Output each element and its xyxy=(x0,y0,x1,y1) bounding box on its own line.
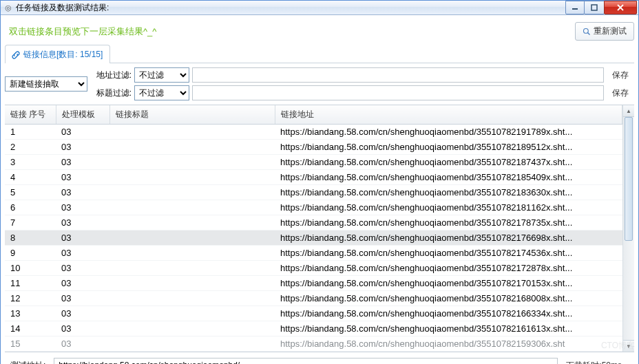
cell-seq: 15 xyxy=(5,336,56,352)
cell-tpl: 03 xyxy=(56,155,109,170)
cell-tpl: 03 xyxy=(56,170,109,185)
hint-text: 双击链接条目预览下一层采集结果^_^ xyxy=(5,25,575,38)
test-addr-input[interactable] xyxy=(54,358,558,364)
maximize-button[interactable] xyxy=(584,1,605,14)
links-table: 链接 序号 处理模板 链接标题 链接地址 103https://biandang… xyxy=(5,105,622,352)
cell-seq: 5 xyxy=(5,185,56,200)
cell-tpl: 03 xyxy=(56,125,109,140)
cell-title xyxy=(109,321,275,336)
table-row[interactable]: 103https://biandang.58.com/cn/shenghuoqi… xyxy=(5,125,622,140)
scrollbar-thumb[interactable] xyxy=(625,117,633,241)
addr-filter-label: 地址过滤: xyxy=(90,69,132,81)
addr-save-link[interactable]: 保存 xyxy=(607,69,634,81)
retest-label: 重新测试 xyxy=(594,25,627,37)
cell-title xyxy=(109,125,275,140)
tabs: 链接信息[数目: 15/15] xyxy=(5,45,634,63)
title-filter-select[interactable]: 不过滤 xyxy=(134,85,189,100)
cell-addr: https://biandang.58.com/cn/shenghuoqiaom… xyxy=(275,306,622,321)
status-bar: 测试地址: 下载耗时:50ms xyxy=(5,352,634,364)
table-row[interactable]: 1303https://biandang.58.com/cn/shenghuoq… xyxy=(5,306,622,321)
title-filter-input[interactable] xyxy=(192,85,604,100)
cell-seq: 14 xyxy=(5,321,56,336)
cell-addr: https://biandang.58.com/cn/shenghuoqiaom… xyxy=(275,125,622,140)
cell-tpl: 03 xyxy=(56,246,109,261)
search-icon xyxy=(583,28,591,36)
cell-seq: 7 xyxy=(5,215,56,231)
cell-seq: 9 xyxy=(5,246,56,261)
cell-tpl: 03 xyxy=(56,185,109,200)
table-row[interactable]: 1003https://biandang.58.com/cn/shenghuoq… xyxy=(5,261,622,276)
cell-addr: https://biandang.58.com/cn/shenghuoqiaom… xyxy=(275,291,622,306)
cell-addr: https://biandang.58.com/cn/shenghuoqiaom… xyxy=(275,321,622,336)
table-row[interactable]: 703https://biandang.58.com/cn/shenghuoqi… xyxy=(5,215,622,231)
hint-row: 双击链接条目预览下一层采集结果^_^ 重新测试 xyxy=(5,22,634,41)
cell-title xyxy=(109,291,275,306)
cell-tpl: 03 xyxy=(56,200,109,215)
cell-addr: https://biandang.58.com/cn/shenghuoqiaom… xyxy=(275,170,622,185)
col-seq[interactable]: 链接 序号 xyxy=(5,105,56,125)
cell-tpl: 03 xyxy=(56,140,109,155)
table-row[interactable]: 903https://biandang.58.com/cn/shenghuoqi… xyxy=(5,246,622,261)
cell-title xyxy=(109,155,275,170)
test-addr-label: 测试地址: xyxy=(10,360,45,365)
cell-seq: 13 xyxy=(5,306,56,321)
svg-point-4 xyxy=(584,28,589,33)
title-filter-label: 标题过滤: xyxy=(90,87,132,99)
cell-title xyxy=(109,246,275,261)
cell-seq: 3 xyxy=(5,155,56,170)
table-row[interactable]: 603https://biandang.58.com/cn/shenghuoqi… xyxy=(5,200,622,215)
col-title[interactable]: 链接标题 xyxy=(109,105,275,125)
table-row[interactable]: 403https://biandang.58.com/cn/shenghuoqi… xyxy=(5,170,622,185)
cell-title xyxy=(109,140,275,155)
cell-addr: https://biandang.58.com/cn/shenghuoqiaom… xyxy=(275,231,622,246)
svg-rect-1 xyxy=(591,5,597,10)
cell-addr: https://biandang.58.com/cn/shenghuoqiaom… xyxy=(275,276,622,291)
cell-seq: 8 xyxy=(5,231,56,246)
title-save-link[interactable]: 保存 xyxy=(607,87,634,99)
cell-addr: https://biandang.58.com/cn/shenghuoqiaom… xyxy=(275,261,622,276)
cell-tpl: 03 xyxy=(56,336,109,352)
cell-addr: https://biandang.58.com/cn/shenghuoqiaom… xyxy=(275,155,622,170)
minimize-button[interactable] xyxy=(565,1,585,14)
scroll-down-icon[interactable]: ▼ xyxy=(623,340,634,352)
cell-tpl: 03 xyxy=(56,291,109,306)
cell-tpl: 03 xyxy=(56,276,109,291)
vertical-scrollbar[interactable]: ▲ ▼ xyxy=(622,105,634,352)
addr-filter-input[interactable] xyxy=(192,67,604,83)
cell-addr: https://biandang.58.com/cn/shenghuoqiaom… xyxy=(275,336,622,352)
app-icon: ◎ xyxy=(5,3,12,12)
retest-button[interactable]: 重新测试 xyxy=(575,22,634,41)
table-row[interactable]: 803https://biandang.58.com/cn/shenghuoqi… xyxy=(5,231,622,246)
close-button[interactable] xyxy=(604,1,637,14)
cell-addr: https://biandang.58.com/cn/shenghuoqiaom… xyxy=(275,200,622,215)
cell-seq: 2 xyxy=(5,140,56,155)
tab-label: 链接信息[数目: 15/15] xyxy=(23,49,103,61)
addr-filter-select[interactable]: 不过滤 xyxy=(134,67,189,83)
table-row[interactable]: 503https://biandang.58.com/cn/shenghuoqi… xyxy=(5,185,622,200)
window-title: 任务链接及数据测试结果: xyxy=(16,2,566,14)
col-addr[interactable]: 链接地址 xyxy=(275,105,622,125)
cell-title xyxy=(109,261,275,276)
cell-title xyxy=(109,200,275,215)
extract-select[interactable]: 新建链接抽取 xyxy=(5,76,87,92)
table-row[interactable]: 203https://biandang.58.com/cn/shenghuoqi… xyxy=(5,140,622,155)
filter-bar: 新建链接抽取 地址过滤: 不过滤 保存 标题过滤: 不过滤 保存 xyxy=(5,63,634,105)
cell-tpl: 03 xyxy=(56,231,109,246)
col-tpl[interactable]: 处理模板 xyxy=(56,105,109,125)
tab-link-info[interactable]: 链接信息[数目: 15/15] xyxy=(5,45,110,63)
title-bar[interactable]: ◎ 任务链接及数据测试结果: xyxy=(1,1,638,15)
download-time: 下载耗时:50ms xyxy=(566,360,629,365)
cell-tpl: 03 xyxy=(56,215,109,231)
cell-addr: https://biandang.58.com/cn/shenghuoqiaom… xyxy=(275,246,622,261)
table-row[interactable]: 1403https://biandang.58.com/cn/shenghuoq… xyxy=(5,321,622,336)
cell-seq: 1 xyxy=(5,125,56,140)
cell-seq: 6 xyxy=(5,200,56,215)
cell-title xyxy=(109,336,275,352)
table-row[interactable]: 303https://biandang.58.com/cn/shenghuoqi… xyxy=(5,155,622,170)
table-row[interactable]: 1503https://biandang.58.com/cn/shenghuoq… xyxy=(5,336,622,352)
table-row[interactable]: 1103https://biandang.58.com/cn/shenghuoq… xyxy=(5,276,622,291)
scroll-up-icon[interactable]: ▲ xyxy=(623,105,634,117)
cell-seq: 10 xyxy=(5,261,56,276)
cell-tpl: 03 xyxy=(56,321,109,336)
table-row[interactable]: 1203https://biandang.58.com/cn/shenghuoq… xyxy=(5,291,622,306)
